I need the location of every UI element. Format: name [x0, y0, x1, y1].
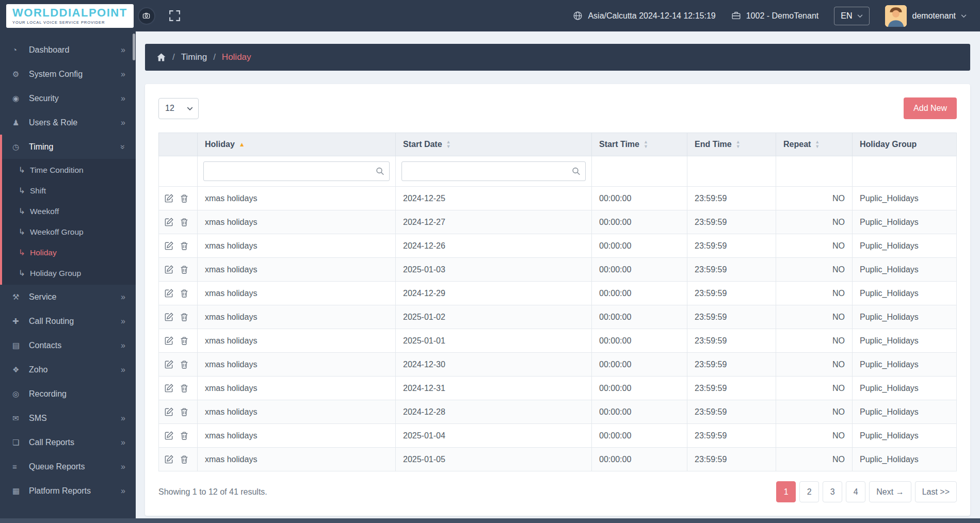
subnav-label: Holiday Group: [30, 269, 81, 278]
page-button-2[interactable]: 2: [799, 481, 819, 502]
sidebar-item-recording[interactable]: ◎ Recording: [0, 382, 136, 406]
sidebar-item-holiday-group[interactable]: ↳ Holiday Group: [0, 263, 136, 284]
delete-icon[interactable]: [180, 336, 189, 346]
edit-icon[interactable]: [164, 383, 174, 393]
sidebar-item-queue-reports[interactable]: ≡ Queue Reports »: [0, 454, 136, 479]
delete-icon[interactable]: [180, 384, 189, 393]
cell-repeat: NO: [776, 210, 853, 234]
cell-end-time: 23:59:59: [687, 234, 776, 258]
user-menu[interactable]: demotenant: [885, 5, 967, 27]
breadcrumb-separator: /: [213, 52, 216, 62]
cell-start-date: 2024-12-25: [396, 187, 592, 210]
delete-icon[interactable]: [180, 431, 189, 440]
edit-icon[interactable]: [164, 336, 174, 346]
nav-item-label: Platform Reports: [29, 486, 121, 496]
sidebar-item-weekoff-group[interactable]: ↳ Weekoff Group: [0, 222, 136, 242]
sidebar-item-holiday[interactable]: ↳ Holiday: [0, 242, 136, 263]
table-row: xmas holidays 2025-01-04 00:00:00 23:59:…: [159, 424, 957, 448]
cell-repeat: NO: [776, 329, 853, 353]
nav-item-icon: ✉: [12, 414, 29, 423]
column-header-repeat[interactable]: Repeat ▲▼: [776, 133, 853, 156]
nav-item-label: Contacts: [29, 341, 121, 350]
page-button-1[interactable]: 1: [776, 481, 796, 502]
nav-item-icon: ◔: [12, 45, 29, 54]
delete-icon[interactable]: [180, 407, 189, 417]
sidebar-item-users-role[interactable]: ♟ Users & Role »: [0, 110, 136, 135]
sidebar-item-timing[interactable]: ◷ Timing »: [0, 135, 136, 159]
sidebar-item-system-config[interactable]: ⚙ System Config »: [0, 62, 136, 86]
cell-end-time: 23:59:59: [687, 187, 776, 210]
chevron-icon: »: [121, 414, 125, 423]
edit-icon[interactable]: [164, 288, 174, 298]
chevron-icon: »: [121, 341, 125, 350]
delete-icon[interactable]: [180, 241, 189, 251]
cell-holiday: xmas holidays: [198, 210, 396, 234]
page-button-next[interactable]: Next →: [869, 481, 911, 502]
cell-holiday: xmas holidays: [198, 329, 396, 353]
edit-icon[interactable]: [164, 312, 174, 322]
edit-icon[interactable]: [164, 407, 174, 417]
home-icon[interactable]: [156, 53, 166, 62]
cell-end-time: 23:59:59: [687, 377, 776, 400]
cell-holiday-group: Puplic_Holidays: [853, 329, 957, 353]
sidebar-item-call-reports[interactable]: ❏ Call Reports »: [0, 430, 136, 454]
edit-icon[interactable]: [164, 359, 174, 369]
page-button-4[interactable]: 4: [846, 481, 865, 502]
edit-icon[interactable]: [164, 241, 174, 251]
nav-item-icon: ⚒: [12, 292, 29, 302]
sidebar-item-contacts[interactable]: ▤ Contacts »: [0, 333, 136, 357]
cell-end-time: 23:59:59: [687, 305, 776, 329]
column-header-holiday[interactable]: Holiday ▲: [198, 133, 396, 156]
cell-start-date: 2024-12-28: [396, 400, 592, 424]
table-row: xmas holidays 2024-12-29 00:00:00 23:59:…: [159, 282, 957, 305]
sidebar-item-weekoff[interactable]: ↳ Weekoff: [0, 201, 136, 222]
page-button-last[interactable]: Last >>: [915, 481, 957, 502]
timezone-text: Asia/Calcutta 2024-12-14 12:15:19: [588, 11, 715, 21]
sidebar-item-dashboard[interactable]: ◔ Dashboard »: [0, 38, 136, 62]
brand-logo[interactable]: WORLDDIALPOINT YOUR LOCAL VOICE SERVICE …: [6, 4, 134, 28]
sidebar-item-platform-reports[interactable]: ▦ Platform Reports »: [0, 479, 136, 503]
camera-icon[interactable]: [138, 7, 155, 25]
language-select[interactable]: EN: [834, 7, 870, 25]
nav-item-label: Security: [29, 94, 121, 103]
edit-icon[interactable]: [164, 217, 174, 227]
column-label: Holiday Group: [860, 140, 917, 149]
page-button-3[interactable]: 3: [823, 481, 842, 502]
sidebar-item-shift[interactable]: ↳ Shift: [0, 181, 136, 201]
cell-start-time: 00:00:00: [592, 305, 687, 329]
edit-icon[interactable]: [164, 431, 174, 440]
column-header-start-date[interactable]: Start Date ▲▼: [396, 133, 592, 156]
page-size-select[interactable]: 12: [158, 98, 199, 119]
delete-icon[interactable]: [180, 194, 189, 203]
edit-icon[interactable]: [164, 193, 174, 203]
add-new-button[interactable]: Add New: [904, 97, 957, 119]
cell-holiday: xmas holidays: [198, 234, 396, 258]
cell-start-date: 2024-12-30: [396, 353, 592, 377]
search-start-date-input[interactable]: [401, 161, 586, 181]
edit-icon[interactable]: [164, 454, 174, 464]
cell-holiday-group: Puplic_Holidays: [853, 258, 957, 282]
search-holiday-input[interactable]: [203, 161, 390, 181]
column-header-end-time[interactable]: End Time ▲▼: [687, 133, 776, 156]
sidebar-item-sms[interactable]: ✉ SMS »: [0, 406, 136, 430]
delete-icon[interactable]: [180, 289, 189, 298]
delete-icon[interactable]: [180, 265, 189, 274]
sidebar-item-security[interactable]: ◉ Security »: [0, 86, 136, 110]
edit-icon[interactable]: [164, 265, 174, 274]
table-row: xmas holidays 2024-12-26 00:00:00 23:59:…: [159, 234, 957, 258]
fullscreen-icon[interactable]: [169, 10, 181, 22]
column-label: Start Time: [599, 140, 639, 149]
sidebar-item-zoho[interactable]: ❖ Zoho »: [0, 357, 136, 382]
delete-icon[interactable]: [180, 455, 189, 464]
sidebar-item-time-condition[interactable]: ↳ Time Condition: [0, 160, 136, 181]
breadcrumb-timing[interactable]: Timing: [181, 52, 207, 62]
column-header-start-time[interactable]: Start Time ▲▼: [592, 133, 687, 156]
delete-icon[interactable]: [180, 313, 189, 322]
delete-icon[interactable]: [180, 360, 189, 369]
filter-cell: [853, 156, 957, 187]
cell-start-time: 00:00:00: [592, 258, 687, 282]
delete-icon[interactable]: [180, 218, 189, 227]
sidebar-item-call-routing[interactable]: ✚ Call Routing »: [0, 309, 136, 333]
sidebar-item-service[interactable]: ⚒ Service »: [0, 285, 136, 309]
nav-item-icon: ◉: [12, 94, 29, 103]
